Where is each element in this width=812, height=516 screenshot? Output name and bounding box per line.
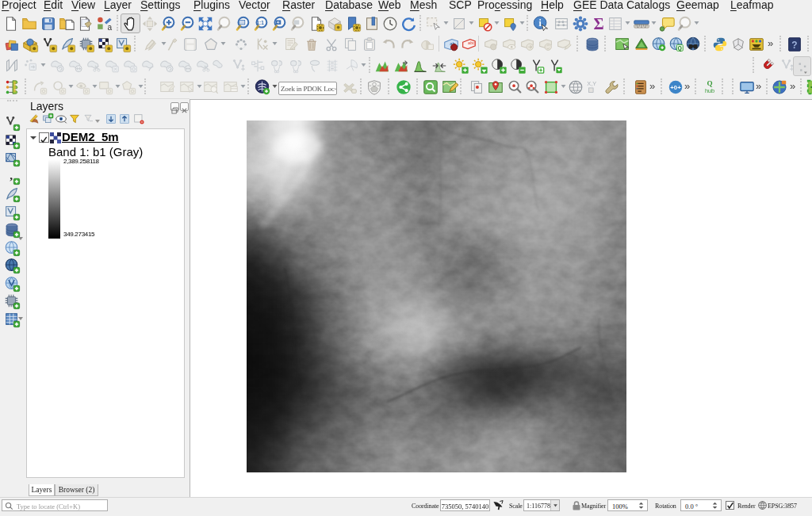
svg-text:hub: hub (705, 87, 714, 94)
svg-text:a: a (107, 23, 112, 32)
svg-text:Q: Q (707, 79, 712, 87)
svg-text:1:1: 1:1 (256, 20, 264, 25)
svg-text:Σ: Σ (593, 15, 603, 32)
svg-text:,: , (10, 168, 13, 182)
svg-text:abc: abc (468, 40, 475, 45)
svg-text:+0+: +0+ (670, 84, 681, 91)
svg-text:?: ? (791, 40, 797, 51)
svg-text:Q: Q (678, 45, 682, 52)
svg-text:X,Y: X,Y (587, 80, 596, 87)
